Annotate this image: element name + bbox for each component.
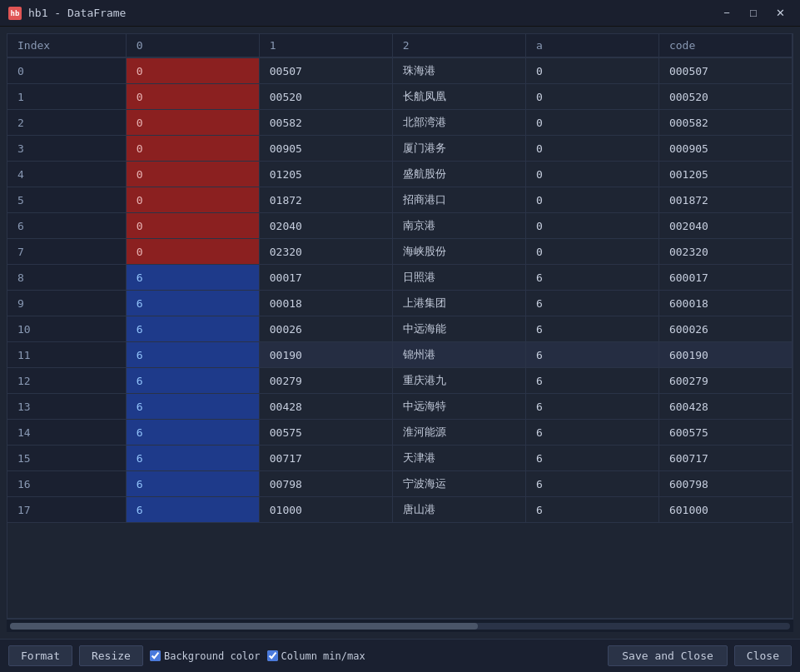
format-button[interactable]: Format [8, 645, 72, 666]
cell-col0: 0 [126, 213, 259, 239]
cell-code: 600018 [658, 291, 792, 316]
cell-col2: 中远海特 [392, 394, 525, 420]
cell-cola: 0 [525, 187, 658, 213]
cell-col1: 01000 [259, 497, 392, 523]
table-row[interactable]: 0000507珠海港0000507 [7, 57, 793, 84]
cell-col0: 0 [126, 57, 259, 84]
cell-cola: 6 [525, 291, 658, 316]
cell-col0: 6 [126, 368, 259, 394]
col-header-1: 1 [259, 34, 392, 57]
scrollbar-track[interactable] [10, 623, 790, 630]
table-row[interactable]: 8600017日照港6600017 [7, 265, 793, 291]
cell-col1: 00018 [259, 291, 392, 316]
titlebar: hb hb1 - DataFrame − □ ✕ [0, 0, 800, 27]
col-header-index: Index [7, 34, 126, 57]
dataframe-table-container: Index 0 1 2 a code 0000507珠海港00005071000… [7, 33, 793, 619]
cell-col2: 北部湾港 [392, 110, 525, 136]
cell-cola: 6 [525, 446, 658, 471]
cell-col0: 6 [126, 394, 259, 420]
cell-cola: 0 [525, 110, 658, 136]
table-row[interactable]: 3000905厦门港务0000905 [7, 136, 793, 162]
table-row[interactable]: 5001872招商港口0001872 [7, 187, 793, 213]
cell-cola: 0 [525, 213, 658, 239]
cell-index: 6 [7, 213, 126, 239]
cell-code: 600026 [658, 316, 792, 342]
cell-col1: 00190 [259, 342, 392, 368]
cell-code: 002040 [658, 213, 792, 239]
col-header-a: a [525, 34, 658, 57]
cell-col2: 重庆港九 [392, 368, 525, 394]
cell-index: 13 [7, 394, 126, 420]
app-icon: hb [8, 7, 22, 20]
cell-index: 10 [7, 316, 126, 342]
cell-index: 17 [7, 497, 126, 523]
cell-cola: 0 [525, 136, 658, 162]
cell-col2: 淮河能源 [392, 420, 525, 446]
table-row[interactable]: 13600428中远海特6600428 [7, 394, 793, 420]
cell-col2: 盛航股份 [392, 162, 525, 187]
table-row[interactable]: 17601000唐山港6601000 [7, 497, 793, 523]
table-row[interactable]: 11600190锦州港6600190 [7, 342, 793, 368]
column-minmax-checkbox[interactable] [267, 650, 278, 661]
cell-col2: 南京港 [392, 213, 525, 239]
maximize-button[interactable]: □ [742, 5, 765, 22]
cell-col2: 长航凤凰 [392, 84, 525, 110]
cell-col1: 00905 [259, 136, 392, 162]
cell-cola: 6 [525, 471, 658, 497]
table-row[interactable]: 10600026中远海能6600026 [7, 316, 793, 342]
table-row[interactable]: 15600717天津港6600717 [7, 446, 793, 471]
table-row[interactable]: 6002040南京港0002040 [7, 213, 793, 239]
horizontal-scrollbar[interactable] [7, 619, 793, 632]
cell-cola: 6 [525, 420, 658, 446]
table-row[interactable]: 2000582北部湾港0000582 [7, 110, 793, 136]
column-minmax-label: Column min/max [281, 650, 365, 662]
save-and-close-button[interactable]: Save and Close [608, 645, 728, 666]
col-header-2: 2 [392, 34, 525, 57]
cell-cola: 0 [525, 84, 658, 110]
table-row[interactable]: 1000520长航凤凰0000520 [7, 84, 793, 110]
table-row[interactable]: 9600018上港集团6600018 [7, 291, 793, 316]
minimize-button[interactable]: − [715, 5, 738, 22]
col-header-0: 0 [126, 34, 259, 57]
cell-col2: 海峡股份 [392, 239, 525, 265]
cell-code: 002320 [658, 239, 792, 265]
cell-col0: 6 [126, 342, 259, 368]
resize-button[interactable]: Resize [79, 645, 143, 666]
cell-col2: 宁波海运 [392, 471, 525, 497]
close-button[interactable]: Close [734, 645, 792, 666]
table-scroll-area[interactable]: Index 0 1 2 a code 0000507珠海港00005071000… [7, 34, 793, 618]
cell-index: 3 [7, 136, 126, 162]
cell-index: 5 [7, 187, 126, 213]
cell-col0: 0 [126, 162, 259, 187]
cell-cola: 6 [525, 394, 658, 420]
cell-cola: 0 [525, 162, 658, 187]
cell-code: 600717 [658, 446, 792, 471]
cell-code: 000582 [658, 110, 792, 136]
cell-index: 4 [7, 162, 126, 187]
table-row[interactable]: 4001205盛航股份0001205 [7, 162, 793, 187]
table-row[interactable]: 12600279重庆港九6600279 [7, 368, 793, 394]
cell-col1: 00520 [259, 84, 392, 110]
cell-col1: 00507 [259, 57, 392, 84]
cell-col0: 0 [126, 136, 259, 162]
scrollbar-thumb[interactable] [10, 623, 478, 630]
table-row[interactable]: 7002320海峡股份0002320 [7, 239, 793, 265]
cell-col1: 00717 [259, 446, 392, 471]
close-window-button[interactable]: ✕ [768, 5, 792, 22]
cell-code: 600798 [658, 471, 792, 497]
cell-col2: 唐山港 [392, 497, 525, 523]
cell-index: 14 [7, 420, 126, 446]
window-controls: − □ ✕ [715, 5, 792, 22]
cell-col1: 00582 [259, 110, 392, 136]
cell-col2: 上港集团 [392, 291, 525, 316]
cell-col0: 0 [126, 84, 259, 110]
cell-col1: 00017 [259, 265, 392, 291]
background-color-label: Background color [164, 650, 261, 662]
dataframe-table: Index 0 1 2 a code 0000507珠海港00005071000… [7, 34, 793, 523]
cell-index: 9 [7, 291, 126, 316]
background-color-checkbox[interactable] [150, 650, 161, 661]
table-row[interactable]: 14600575淮河能源6600575 [7, 420, 793, 446]
table-row[interactable]: 16600798宁波海运6600798 [7, 471, 793, 497]
cell-col0: 6 [126, 420, 259, 446]
table-body: 0000507珠海港00005071000520长航凤凰000052020005… [7, 57, 793, 523]
